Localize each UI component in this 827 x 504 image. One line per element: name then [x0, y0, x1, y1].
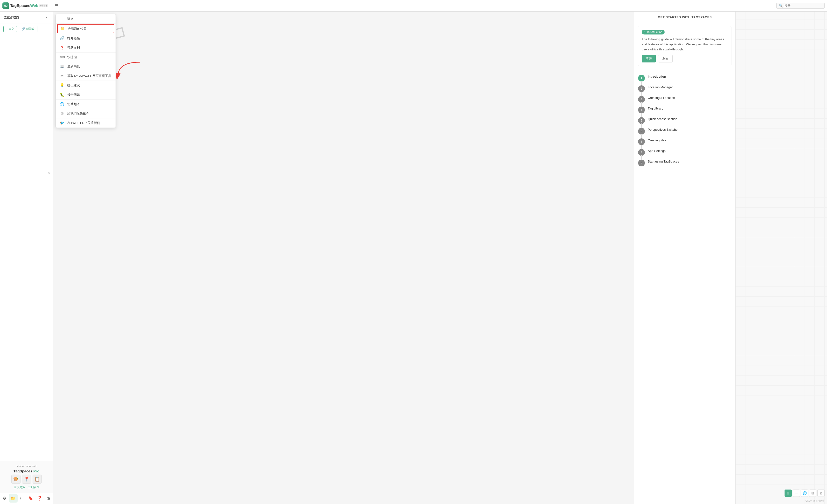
search-bar: 🔍 — [776, 3, 825, 9]
version-badge: v5.4.4 — [39, 4, 48, 7]
step-9[interactable]: 9 Start using TagSpaces — [638, 158, 731, 168]
dropdown-item-help[interactable]: ❓ 帮助文档 — [56, 43, 115, 53]
bookmarks-nav-button[interactable]: 🔖 — [27, 494, 35, 503]
panel-view-button[interactable]: ⊟ — [809, 490, 816, 497]
step-label-5: Quick access section — [648, 117, 677, 121]
dropdown-item-twitter[interactable]: 🐦 在TWITTER上关注我们 — [56, 118, 115, 128]
attribution: CSDN @桃淮老苏 — [806, 499, 825, 503]
logo-icon: 🏷 — [2, 2, 9, 9]
dropdown-item-clipper[interactable]: ✂ 获取TAGSPACES网页剪藏工具 — [56, 71, 115, 81]
forward-button[interactable]: → — [71, 2, 78, 9]
step-num-5: 5 — [638, 117, 645, 124]
create-label: 建立 — [67, 17, 74, 21]
pro-achieve-label: achieve more with — [16, 465, 37, 467]
suggest-icon: 💡 — [60, 83, 64, 88]
get-now-link[interactable]: 立刻获取 — [28, 485, 40, 489]
step-label-7: Creating files — [648, 139, 666, 142]
globe-view-button[interactable]: 🌐 — [801, 490, 808, 497]
location-label: 关联新的位置 — [68, 27, 87, 31]
kanban-view-button[interactable]: ⊠ — [817, 490, 825, 497]
folder-icon: 📁 — [60, 27, 65, 31]
search-icon: 🔍 — [779, 4, 783, 7]
suggest-label: 提出建议 — [67, 83, 80, 88]
keyboard-icon: ⌨ — [60, 55, 64, 59]
steps-list: 1 Introduction 2 Location Manager 3 Crea… — [634, 69, 735, 172]
dropdown-menu: + 建立 📁 关联新的位置 🔗 打开链接 ❓ 帮助文档 — [55, 14, 116, 128]
step-num-9: 9 — [638, 160, 645, 166]
create-icon: + — [60, 17, 64, 21]
view-buttons: ⊞ ☰ 🌐 ⊟ ⊠ — [784, 490, 825, 497]
menu-button[interactable]: ☰ — [53, 2, 60, 10]
back-button[interactable]: 返回 — [658, 55, 673, 62]
twitter-icon: 🐦 — [60, 121, 64, 125]
news-label: 最新消息 — [67, 64, 80, 69]
show-more-link[interactable]: 显示更多 — [13, 485, 25, 489]
sidebar-header: 位置管理器 ⋮ — [0, 11, 53, 23]
advance-button[interactable]: 前进 — [642, 55, 656, 62]
dropdown-item-bug[interactable]: 🐛 报告问题 — [56, 90, 115, 100]
search-input[interactable] — [784, 4, 821, 7]
sidebar-title: 位置管理器 — [3, 15, 19, 19]
step-7[interactable]: 7 Creating files — [638, 137, 731, 147]
far-right-bg: ⊞ ☰ 🌐 ⊟ ⊠ CSDN @桃淮老苏 — [735, 11, 827, 504]
translate-icon: 🌐 — [60, 102, 64, 106]
intro-body: The following guide will demonstrate som… — [642, 37, 728, 52]
intro-badge-label: Introduction — [647, 31, 663, 34]
theme-nav-button[interactable]: ◑ — [44, 494, 53, 503]
bug-icon: 🐛 — [60, 93, 64, 97]
guide-header: GET STARTED WITH TAGSPACES — [634, 11, 735, 23]
close-pro-button[interactable]: ✕ — [48, 171, 50, 174]
step-1[interactable]: 1 Introduction — [638, 73, 731, 84]
step-num-1: 1 — [638, 75, 645, 82]
step-label-4: Tag Library — [648, 107, 663, 110]
translate-label: 协助翻译 — [67, 102, 80, 106]
settings-nav-button[interactable]: ⚙ — [0, 494, 9, 503]
pro-logo: TagSpaces Pro — [13, 469, 39, 473]
bug-label: 报告问题 — [67, 93, 80, 97]
link-label: 打开链接 — [67, 36, 80, 41]
dropdown-item-email[interactable]: ✉ 给我们发送邮件 — [56, 109, 115, 118]
twitter-label: 在TWITTER上关注我们 — [67, 121, 100, 125]
dropdown-item-link[interactable]: 🔗 打开链接 — [56, 34, 115, 43]
help-label: 帮助文档 — [67, 46, 80, 50]
dropdown-item-create[interactable]: + 建立 — [56, 14, 115, 23]
help-nav-button[interactable]: ❓ — [35, 494, 44, 503]
sidebar-more-button[interactable]: ⋮ — [44, 14, 49, 20]
step-6[interactable]: 6 Perspectives Switcher — [638, 126, 731, 137]
step-num-6: 6 — [638, 128, 645, 135]
step-2[interactable]: 2 Location Manager — [638, 84, 731, 94]
app-name: TagSpacesWeb — [10, 4, 38, 8]
back-button[interactable]: ← — [62, 2, 69, 9]
step-8[interactable]: 8 App Settings — [638, 147, 731, 158]
step-4[interactable]: 4 Tag Library — [638, 105, 731, 115]
help-icon: ❓ — [60, 46, 64, 50]
sidebar-actions: + 建立 🔗 新视窗 — [0, 23, 53, 35]
clipper-label: 获取TAGSPACES网页剪藏工具 — [67, 74, 111, 78]
news-icon: 📖 — [60, 64, 64, 69]
tags-nav-button[interactable]: 🏷 — [17, 494, 26, 503]
files-nav-button[interactable]: 📁 — [9, 494, 17, 503]
step-label-2: Location Manager — [648, 85, 673, 89]
dropdown-item-suggest[interactable]: 💡 提出建议 — [56, 81, 115, 90]
grid-view-button[interactable]: ⊞ — [784, 490, 792, 497]
email-icon: ✉ — [60, 111, 64, 116]
dropdown-item-news[interactable]: 📖 最新消息 — [56, 62, 115, 71]
main-panel: ORGANIZE YOUR FILES 🏷 + 建立 📁 — [53, 11, 827, 504]
dropdown-item-location[interactable]: 📁 关联新的位置 — [57, 24, 114, 33]
new-view-button[interactable]: 🔗 新视窗 — [19, 26, 37, 32]
logo-area: 🏷 TagSpacesWeb v5.4.4 — [2, 2, 51, 9]
step-num-8: 8 — [638, 149, 645, 156]
step-3[interactable]: 3 Creating a Location — [638, 94, 731, 105]
pro-images: 🎨 📍 📋 — [11, 474, 42, 484]
bottom-nav: ⚙ 📁 🏷 🔖 ❓ ◑ — [0, 492, 53, 504]
step-label-6: Perspectives Switcher — [648, 128, 679, 132]
link-icon: 🔗 — [60, 36, 64, 41]
step-5[interactable]: 5 Quick access section — [638, 115, 731, 126]
create-button[interactable]: + 建立 — [3, 26, 17, 32]
dropdown-item-shortcuts[interactable]: ⌨ 快捷键 — [56, 53, 115, 62]
dropdown-item-translate[interactable]: 🌐 协助翻译 — [56, 100, 115, 109]
step-label-9: Start using TagSpaces — [648, 160, 679, 163]
intro-badge: 1 Introduction — [642, 30, 665, 35]
list-view-button[interactable]: ☰ — [793, 490, 800, 497]
step-num-2: 2 — [638, 85, 645, 92]
